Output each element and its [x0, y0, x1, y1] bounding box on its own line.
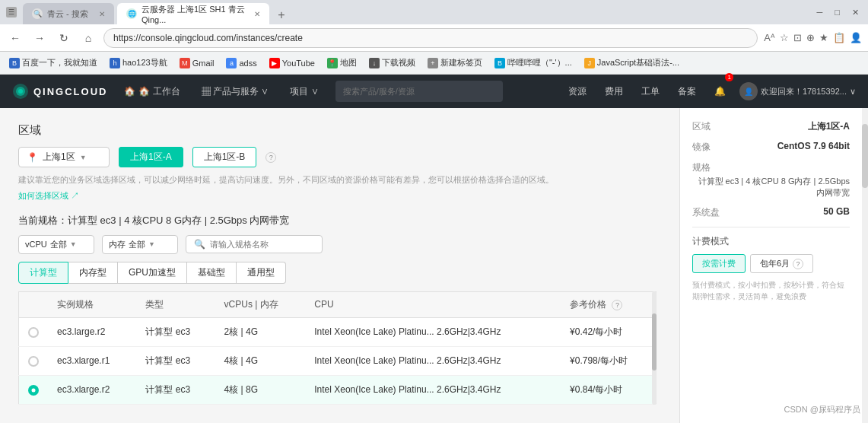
close-button[interactable]: ✕ [849, 6, 862, 19]
price-help-icon[interactable]: ? [612, 300, 622, 310]
bookmark-hao123-label: hao123导航 [122, 57, 167, 68]
spec-search-input[interactable] [210, 240, 314, 249]
page-scrollbar-thumb[interactable] [862, 124, 868, 188]
bookmark-download[interactable]: ↓ 下载视频 [366, 56, 418, 70]
nav-resources[interactable]: 资源 [564, 75, 591, 108]
th-radio [19, 291, 49, 317]
vcpu-dropdown-arrow: ▼ [70, 240, 77, 248]
nav-user-label: 欢迎回来！17815392... [761, 86, 847, 97]
table-row[interactable]: ec3.large.r2 计算型 ec3 2核 | 4G Intel Xeon(… [19, 317, 657, 346]
spec-search[interactable]: 🔍 [186, 235, 323, 253]
forward-button[interactable]: → [30, 29, 49, 47]
browser-menu-icon[interactable]: ☰ [6, 7, 17, 17]
nav-workbench[interactable]: 🏠 🏠 工作台 [119, 75, 184, 108]
profile-icon[interactable]: 👤 [850, 32, 862, 43]
bookmark-js[interactable]: J JavaScript基础语法-... [581, 56, 682, 70]
bookmark-youtube[interactable]: ▶ YouTube [266, 56, 318, 70]
tab-memory[interactable]: 内存型 [68, 262, 118, 284]
bookmark-bilibili[interactable]: B 哔哩哔哩（"-'）... [491, 56, 575, 70]
nav-products[interactable]: ▦ 产品与服务 ∨ [197, 75, 274, 108]
bookmark-baidu-label: 百度一下，我就知道 [22, 57, 97, 68]
user-menu-chevron-icon: ∨ [850, 87, 856, 97]
tab-2-label: 云服务器 上海1区 SH1 青云Qing... [141, 4, 250, 24]
new-tab-button[interactable]: + [272, 6, 291, 24]
refresh-button[interactable]: ↻ [55, 29, 73, 47]
vcpu-filter[interactable]: vCPU 全部 ▼ [18, 235, 94, 254]
instance-type-tabs: 计算型 内存型 GPU加速型 基础型 通用型 [18, 262, 661, 284]
row3-radio-icon[interactable] [28, 385, 39, 396]
collections-icon[interactable]: 📋 [833, 32, 845, 43]
table-row[interactable]: ec3.xlarge.r1 计算型 ec3 4核 | 4G Intel Xeon… [19, 346, 657, 375]
bilibili-icon: B [494, 58, 505, 68]
tab-compute[interactable]: 计算型 [18, 262, 68, 284]
nav-projects-label: 项目 ∨ [290, 85, 318, 98]
region-tab-b[interactable]: 上海1区-B [192, 147, 257, 167]
nav-billing[interactable]: 费用 [600, 75, 628, 108]
tab-2-close-icon[interactable]: ✕ [254, 10, 260, 18]
row3-price: ¥0.84/每小时 [561, 375, 656, 404]
tab-1[interactable]: 🔍 青云 - 搜索 ✕ [23, 3, 114, 24]
row1-radio-cell[interactable] [19, 317, 49, 346]
favorites-icon[interactable]: ★ [819, 32, 828, 43]
nav-projects[interactable]: 项目 ∨ [285, 75, 323, 108]
row3-radio-cell[interactable] [19, 375, 49, 404]
table-header-row: 实例规格 类型 vCPUs | 内存 CPU 参考价格 ? [19, 291, 657, 317]
nav-tickets[interactable]: 工单 [637, 75, 664, 108]
region-help-icon[interactable]: ? [265, 152, 276, 163]
page-scrollbar-track[interactable] [862, 108, 868, 423]
table-scrollbar-thumb[interactable] [652, 313, 657, 371]
billing-tab-ondemand[interactable]: 按需计费 [692, 254, 746, 273]
th-vcpu-mem: vCPUs | 内存 [215, 291, 306, 317]
tab-gpu[interactable]: GPU加速型 [118, 262, 187, 284]
billing-tab-annual[interactable]: 包年6月 ? [750, 254, 813, 273]
nav-search-input[interactable] [335, 81, 503, 102]
tab-general[interactable]: 通用型 [237, 262, 286, 284]
bookmark-newtab[interactable]: + 新建标签页 [424, 56, 485, 70]
back-button[interactable]: ← [6, 29, 24, 47]
vcpu-filter-label: vCPU [25, 240, 47, 249]
tab-bar: 🔍 青云 - 搜索 ✕ 🌐 云服务器 上海1区 SH1 青云Qing... ✕ … [17, 0, 297, 24]
bookmark-adss[interactable]: a adss [223, 56, 259, 70]
row2-radio-icon[interactable] [28, 356, 39, 367]
row2-type: 计算型 ec3 [136, 346, 215, 375]
minimize-button[interactable]: ─ [814, 6, 826, 19]
memory-filter[interactable]: 内存 全部 ▼ [102, 235, 178, 254]
window-controls: ─ □ ✕ [814, 6, 862, 19]
row2-radio-cell[interactable] [19, 346, 49, 375]
billing-tabs: 按需计费 包年6月 ? [692, 254, 850, 273]
billing-help-icon[interactable]: ? [793, 259, 803, 269]
tab-search-icon[interactable]: ⊕ [806, 32, 815, 43]
right-disk-value: 50 GB [823, 206, 850, 219]
qingcloud-logo[interactable]: QINGCLOUD [12, 83, 107, 100]
mem-filter-value: 全部 [129, 239, 145, 250]
address-input[interactable] [103, 28, 758, 48]
tab-2[interactable]: 🌐 云服务器 上海1区 SH1 青云Qing... ✕ [117, 3, 269, 24]
nav-products-label: ▦ 产品与服务 ∨ [202, 85, 269, 98]
table-scrollbar-track[interactable] [652, 291, 657, 405]
row1-vcpu: 2核 | 4G [215, 317, 306, 346]
tab-basic[interactable]: 基础型 [187, 262, 237, 284]
browser-chrome: ☰ 🔍 青云 - 搜索 ✕ 🌐 云服务器 上海1区 SH1 青云Qing... … [0, 0, 868, 423]
region-link[interactable]: 如何选择区域 ↗ [18, 191, 79, 200]
right-region-label: 区域 [692, 120, 711, 133]
tab-1-close-icon[interactable]: ✕ [99, 10, 105, 18]
table-row[interactable]: ec3.xlarge.r2 计算型 ec3 4核 | 8G Intel Xeon… [19, 375, 657, 404]
row3-cpu: Intel Xeon(Ice Lake) Platinu... 2.6GHz|3… [305, 375, 561, 404]
extensions-icon[interactable]: ⊡ [793, 32, 802, 43]
nav-records[interactable]: 备案 [673, 75, 701, 108]
bookmark-hao123[interactable]: h hao123导航 [107, 56, 170, 70]
bookmark-map[interactable]: 📍 地图 [324, 56, 360, 70]
bookmark-star-icon[interactable]: ☆ [780, 32, 789, 43]
region-dropdown[interactable]: 📍 上海1区 ▼ [18, 147, 110, 167]
home-button[interactable]: ⌂ [79, 29, 97, 47]
nav-bell-icon[interactable]: 🔔1 [710, 75, 730, 108]
tab-1-label: 青云 - 搜索 [47, 8, 88, 20]
restore-button[interactable]: □ [831, 6, 843, 19]
hao123-icon: h [110, 58, 120, 68]
region-tab-a[interactable]: 上海1区-A [119, 147, 183, 167]
bookmark-gmail[interactable]: M Gmail [176, 56, 218, 70]
bookmark-baidu[interactable]: B 百度一下，我就知道 [6, 56, 100, 70]
row1-radio-icon[interactable] [28, 327, 39, 338]
read-mode-icon[interactable]: Aᴬ [764, 32, 775, 43]
nav-user-menu[interactable]: 👤 欢迎回来！17815392... ∨ [739, 82, 856, 100]
